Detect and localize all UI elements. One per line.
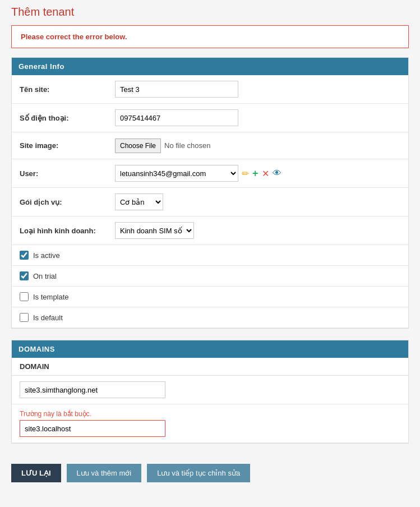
site-name-input[interactable] [115, 81, 238, 98]
is-active-row: Is active [12, 245, 408, 266]
is-default-label: Is default [33, 314, 63, 322]
domain-column-header: DOMAIN [12, 358, 408, 376]
is-default-row: Is default [12, 307, 408, 328]
service-field: Cơ bản Nâng cao Premium [115, 193, 400, 210]
view-user-icon[interactable]: 👁 [273, 168, 281, 178]
user-row: User: letuansinh345@gmail.com ✏ + ✕ 👁 [12, 159, 408, 188]
user-select[interactable]: letuansinh345@gmail.com [115, 165, 238, 182]
on-trial-label: On trial [33, 272, 57, 280]
is-active-checkbox[interactable] [20, 251, 29, 260]
save-button[interactable]: LƯU LẠI [11, 464, 61, 482]
save-continue-button[interactable]: Lưu và tiếp tục chỉnh sửa [147, 464, 250, 482]
phone-label: Số điện thoại: [20, 114, 115, 122]
no-file-label: No file chosen [164, 141, 210, 150]
delete-user-icon[interactable]: ✕ [262, 168, 269, 179]
add-user-icon[interactable]: + [252, 168, 259, 179]
general-info-header: General Info [12, 58, 408, 75]
is-template-row: Is template [12, 287, 408, 307]
save-add-new-button[interactable]: Lưu và thêm mới [67, 464, 142, 482]
domain2-row: Trường này là bắt buộc. [12, 404, 408, 443]
service-row: Gói dịch vụ: Cơ bản Nâng cao Premium [12, 188, 408, 216]
user-label: User: [20, 169, 115, 178]
site-name-field [115, 81, 400, 98]
edit-user-icon[interactable]: ✏ [242, 168, 249, 179]
on-trial-checkbox[interactable] [20, 271, 29, 280]
phone-row: Số điện thoại: [12, 104, 408, 132]
business-label: Loại hình kinh doanh: [20, 227, 115, 235]
page-title: Thêm tenant [11, 6, 409, 19]
business-select[interactable]: Kinh doanh SIM số Khác [115, 222, 194, 239]
domains-header: DOMAINS [12, 340, 408, 358]
site-image-row: Site image: Choose File No file chosen [12, 132, 408, 159]
user-field: letuansinh345@gmail.com ✏ + ✕ 👁 [115, 165, 400, 182]
domain1-row [12, 376, 408, 404]
action-buttons-row: LƯU LẠI Lưu và thêm mới Lưu và tiếp tục … [11, 455, 409, 491]
phone-input[interactable] [115, 109, 238, 126]
business-field: Kinh doanh SIM số Khác [115, 222, 400, 239]
phone-field [115, 109, 400, 126]
error-message: Please correct the error below. [21, 33, 127, 41]
is-default-checkbox[interactable] [20, 313, 29, 322]
on-trial-row: On trial [12, 266, 408, 287]
is-template-checkbox[interactable] [20, 292, 29, 301]
domain2-input[interactable] [20, 420, 165, 437]
domain1-input[interactable] [20, 381, 165, 398]
service-select[interactable]: Cơ bản Nâng cao Premium [115, 193, 163, 210]
site-image-field: Choose File No file chosen [115, 139, 400, 153]
error-box: Please correct the error below. [11, 25, 409, 48]
domains-section: DOMAINS DOMAIN Trường này là bắt buộc. [11, 340, 409, 444]
choose-file-button[interactable]: Choose File [115, 139, 161, 153]
domain2-error: Trường này là bắt buộc. [20, 410, 400, 418]
service-label: Gói dịch vụ: [20, 198, 115, 206]
is-active-label: Is active [33, 251, 60, 260]
site-name-row: Tên site: [12, 75, 408, 104]
business-row: Loại hình kinh doanh: Kinh doanh SIM số … [12, 216, 408, 245]
general-info-section: General Info Tên site: Số điện thoại: Si… [11, 57, 409, 329]
site-name-label: Tên site: [20, 85, 115, 94]
is-template-label: Is template [33, 293, 69, 301]
site-image-label: Site image: [20, 141, 115, 150]
